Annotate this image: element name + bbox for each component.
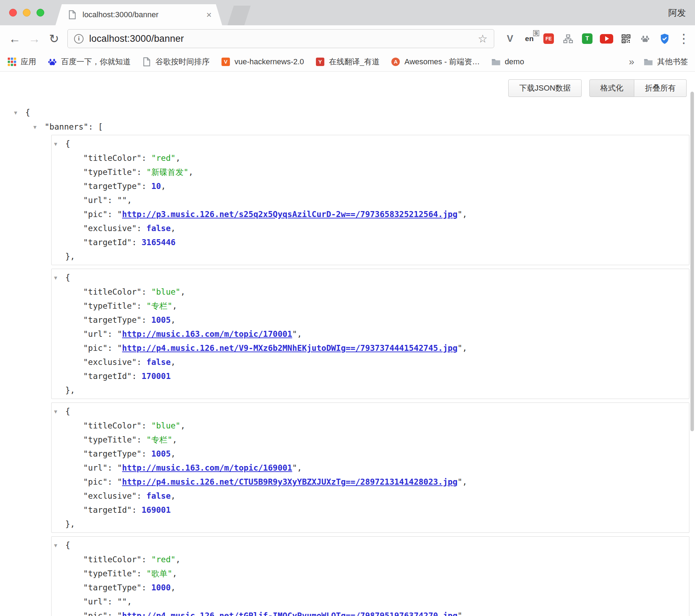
json-property: "typeTitle": "新碟首发",: [52, 165, 689, 179]
download-json-button[interactable]: 下载JSON数据: [508, 79, 582, 97]
bookmark-item[interactable]: Y在线翻译_有道: [315, 57, 379, 67]
json-link[interactable]: http://p3.music.126.net/s25q2x5QyqsAzilC…: [122, 210, 457, 219]
other-bookmarks-folder[interactable]: 其他书签: [643, 57, 688, 67]
bookmark-item[interactable]: 谷歌按时间排序: [142, 57, 210, 67]
bookmark-label: demo: [505, 57, 524, 66]
org-chart-icon[interactable]: [561, 31, 575, 46]
json-property: "targetId": 3165446: [52, 235, 689, 249]
json-tree: ▼{ ▼"banners": [ ▼{"titleColor": "red","…: [14, 105, 692, 616]
json-property: "titleColor": "red",: [52, 151, 689, 165]
json-property: "url": "",: [52, 193, 689, 207]
bookmarks-overflow-icon[interactable]: »: [629, 56, 634, 67]
json-object-open: ▼{: [52, 538, 689, 552]
json-property: "targetType": 1005,: [52, 447, 689, 461]
collapse-triangle-icon[interactable]: ▼: [14, 106, 25, 120]
json-property: "url": "http://music.163.com/m/topic/169…: [52, 461, 689, 475]
json-banners-level: ▼"banners": [ ▼{"titleColor": "red","typ…: [33, 120, 692, 616]
json-object-open: ▼{: [52, 270, 689, 285]
scrollbar-thumb[interactable]: [690, 92, 694, 431]
json-property: "targetType": 1005,: [52, 313, 689, 327]
qr-code-icon[interactable]: [618, 31, 633, 46]
page-info-icon[interactable]: i: [74, 34, 84, 44]
bookmarks-list: 应用百度一下，你就知道谷歌按时间排序Vvue-hackernews-2.0Y在线…: [7, 57, 524, 67]
bookmark-label: 百度一下，你就知道: [61, 57, 131, 67]
bookmark-item[interactable]: Vvue-hackernews-2.0: [221, 57, 304, 67]
bookmark-star-icon[interactable]: ☆: [478, 32, 488, 45]
back-button[interactable]: ←: [6, 30, 23, 47]
json-object-box: ▼{"titleColor": "blue","typeTitle": "专栏"…: [51, 402, 689, 533]
green-t-icon[interactable]: T: [580, 31, 595, 46]
collapse-triangle-icon[interactable]: ▼: [33, 120, 45, 134]
youdao-icon: Y: [315, 57, 325, 67]
collapse-triangle-icon[interactable]: ▼: [54, 405, 65, 419]
json-property: "url": "",: [52, 595, 689, 609]
format-button[interactable]: 格式化: [589, 79, 634, 97]
url-text[interactable]: localhost:3000/banner: [89, 33, 184, 44]
json-property: "pic": "http://p4.music.126.net/V9-MXz6b…: [52, 341, 689, 355]
translate-en-icon[interactable]: en英: [522, 31, 537, 46]
minimize-window-button[interactable]: [23, 9, 31, 17]
tab-close-icon[interactable]: ×: [206, 10, 212, 19]
json-property: "typeTitle": "歌单",: [52, 566, 689, 581]
json-object-open: ▼{: [52, 137, 689, 151]
blue-shield-icon[interactable]: [657, 31, 672, 46]
json-link[interactable]: http://music.163.com/m/topic/170001: [122, 329, 292, 339]
json-property: "exclusive": false,: [52, 489, 689, 503]
json-object-box: ▼{"titleColor": "blue","typeTitle": "专栏"…: [51, 269, 689, 399]
json-link[interactable]: http://music.163.com/m/topic/169001: [122, 463, 292, 472]
json-object-close: },: [52, 383, 689, 397]
v-extension-icon[interactable]: V: [503, 31, 517, 46]
json-toolbar: 下载JSON数据 格式化 折叠所有: [508, 79, 687, 97]
json-property: "exclusive": false,: [52, 221, 689, 235]
collapse-all-button[interactable]: 折叠所有: [634, 79, 687, 97]
collapse-triangle-icon[interactable]: ▼: [54, 137, 65, 151]
reload-button[interactable]: ↻: [46, 30, 62, 47]
json-root-line: ▼{: [14, 105, 692, 120]
browser-tab[interactable]: localhost:3000/banner ×: [55, 4, 222, 25]
bookmark-item[interactable]: 百度一下，你就知道: [47, 57, 131, 67]
folder-icon: [643, 57, 653, 67]
json-property: "titleColor": "blue",: [52, 285, 689, 299]
json-link[interactable]: http://p4.music.126.net/tGPljf-IMOCyPvum…: [122, 611, 457, 616]
json-banners-line: ▼"banners": [: [33, 120, 692, 134]
window-controls: [9, 9, 44, 17]
json-property: "url": "http://music.163.com/m/topic/170…: [52, 327, 689, 341]
bookmarks-right: » 其他书签: [629, 56, 688, 67]
bookmark-label: vue-hackernews-2.0: [234, 57, 304, 66]
forward-button[interactable]: →: [26, 30, 43, 47]
page-icon: [67, 10, 77, 20]
new-tab-button[interactable]: [227, 6, 251, 25]
fe-helper-icon[interactable]: FE: [541, 31, 556, 46]
bookmark-label: Awesomes - 前端资…: [404, 57, 480, 67]
bookmark-item[interactable]: AAwesomes - 前端资…: [391, 57, 480, 67]
youtube-icon[interactable]: [599, 31, 614, 46]
json-object-box: ▼{"titleColor": "red","typeTitle": "新碟首发…: [51, 135, 689, 265]
json-property: "targetType": 1000,: [52, 581, 689, 595]
banner-list: ▼{"titleColor": "red","typeTitle": "新碟首发…: [33, 135, 692, 616]
json-link[interactable]: http://p4.music.126.net/V9-MXz6b2MNhEKju…: [122, 343, 457, 353]
awesomes-icon: A: [391, 57, 401, 67]
address-bar[interactable]: i localhost:3000/banner ☆: [67, 29, 494, 48]
json-link[interactable]: http://p4.music.126.net/CTU5B9R9y3XyYBZX…: [122, 477, 457, 486]
json-property: "titleColor": "blue",: [52, 419, 689, 433]
bookmark-item[interactable]: 应用: [7, 57, 36, 67]
page-icon: [142, 57, 152, 67]
profile-name[interactable]: 阿发: [668, 7, 686, 19]
bookmark-label: 谷歌按时间排序: [155, 57, 210, 67]
browser-toolbar: ← → ↻ i localhost:3000/banner ☆ Ven英FET …: [0, 25, 695, 52]
close-window-button[interactable]: [9, 9, 17, 17]
folder-icon: [491, 57, 501, 67]
json-object-open: ▼{: [52, 404, 689, 419]
json-object-close: },: [52, 517, 689, 531]
json-property: "typeTitle": "专栏",: [52, 299, 689, 313]
browser-menu-icon[interactable]: ⋮: [677, 31, 688, 46]
json-property: "targetType": 10,: [52, 179, 689, 193]
collapse-triangle-icon[interactable]: ▼: [54, 538, 65, 552]
tab-strip: localhost:3000/banner × 阿发: [0, 0, 695, 25]
collapse-triangle-icon[interactable]: ▼: [54, 271, 65, 285]
json-property: "pic": "http://p4.music.126.net/tGPljf-I…: [52, 609, 689, 616]
paw-icon[interactable]: [638, 31, 653, 46]
fullscreen-window-button[interactable]: [37, 9, 44, 17]
bookmark-item[interactable]: demo: [491, 57, 524, 67]
page-content: 下载JSON数据 格式化 折叠所有 ▼{ ▼"banners": [ ▼{"ti…: [0, 72, 695, 616]
